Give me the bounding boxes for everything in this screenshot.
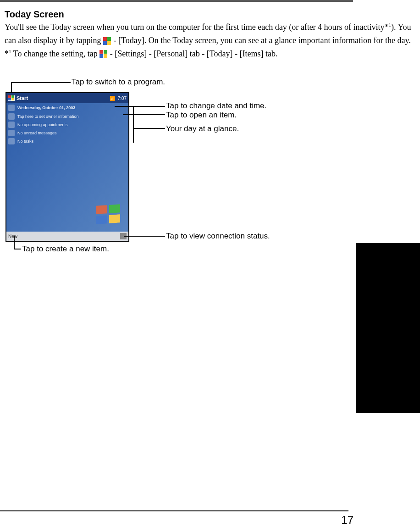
svg-rect-7	[104, 54, 107, 58]
note-a: To change the setting, tap	[11, 49, 100, 58]
svg-rect-1	[107, 37, 111, 41]
title-bar[interactable]: Start 📶 7:07	[6, 93, 128, 103]
note-b: - [Settings] - [Personal] tab - [Today] …	[108, 49, 277, 58]
p1-part-c: - [Today]. On the Today screen, you can …	[111, 36, 411, 45]
date-row[interactable]: Wednesday, October 01, 2003	[6, 103, 128, 112]
bottom-bar: New	[6, 232, 128, 241]
callout-glance: Your day at a glance.	[166, 124, 239, 133]
start-flag-icon[interactable]	[8, 95, 15, 101]
footer-rule	[0, 510, 348, 511]
new-button[interactable]: New	[8, 234, 17, 239]
appointments-icon	[8, 122, 15, 128]
windows-icon	[103, 37, 111, 45]
callout-line	[133, 106, 134, 143]
date-text: Wednesday, October 01, 2003	[17, 105, 75, 110]
heading-today-screen: Today Screen	[5, 9, 415, 20]
note-pre: *	[5, 49, 9, 58]
svg-rect-5	[104, 50, 107, 54]
tasks-row[interactable]: No tasks	[6, 137, 128, 145]
svg-rect-3	[107, 41, 111, 45]
callout-switch-program: Tap to switch to a program.	[72, 78, 165, 87]
callout-line	[14, 249, 21, 249]
page-number: 17	[341, 514, 354, 526]
owner-icon	[8, 113, 15, 120]
svg-rect-10	[8, 98, 11, 100]
side-black-box	[356, 243, 420, 413]
callout-new-item: Tap to create a new item.	[22, 244, 109, 254]
start-label: Start	[17, 95, 28, 101]
svg-rect-11	[11, 98, 14, 100]
callout-line	[11, 82, 71, 83]
messages-row[interactable]: No unread messages	[6, 129, 128, 137]
callout-change-date: Tap to change date and time.	[166, 101, 266, 111]
callout-line	[14, 236, 15, 249]
clock-time[interactable]: 7:07	[118, 96, 127, 101]
svg-rect-0	[103, 37, 107, 41]
intro-paragraph: You'll see the Today screen when you tur…	[5, 21, 415, 47]
svg-rect-15	[109, 215, 120, 224]
svg-rect-9	[11, 95, 14, 98]
callout-open-item: Tap to open an item.	[166, 111, 237, 120]
owner-text: Tap here to set owner information	[17, 114, 79, 119]
callout-line	[123, 114, 165, 115]
svg-rect-13	[109, 205, 120, 214]
windows-icon	[99, 50, 108, 58]
callout-line	[133, 128, 165, 129]
callout-line	[115, 106, 165, 107]
calendar-icon	[8, 105, 15, 111]
svg-rect-8	[8, 95, 11, 98]
svg-rect-2	[103, 41, 107, 45]
svg-rect-4	[99, 50, 103, 54]
svg-rect-14	[96, 216, 107, 225]
callout-connection: Tap to view connection status.	[166, 232, 270, 241]
p1-part-a: You'll see the Today screen when you tur…	[5, 22, 389, 32]
today-screen-screenshot: Start 📶 7:07 Wednesday, October 01, 2003…	[6, 92, 129, 242]
owner-row[interactable]: Tap here to set owner information	[6, 112, 128, 121]
footnote-line: *1 To change the setting, tap - [Setting…	[5, 47, 415, 61]
svg-rect-6	[99, 54, 103, 58]
callout-line	[124, 236, 165, 237]
messages-icon	[8, 130, 15, 136]
tasks-text: No tasks	[17, 139, 33, 144]
annotated-diagram: Tap to switch to a program. Start 📶 7:07	[5, 78, 415, 271]
signal-icon[interactable]: 📶	[110, 96, 115, 101]
windows-logo-icon	[95, 204, 123, 227]
svg-rect-12	[96, 205, 107, 215]
appointments-row[interactable]: No upcoming appointments	[6, 121, 128, 129]
messages-text: No unread messages	[17, 131, 57, 135]
tasks-icon	[8, 138, 15, 144]
appointments-text: No upcoming appointments	[17, 122, 68, 127]
